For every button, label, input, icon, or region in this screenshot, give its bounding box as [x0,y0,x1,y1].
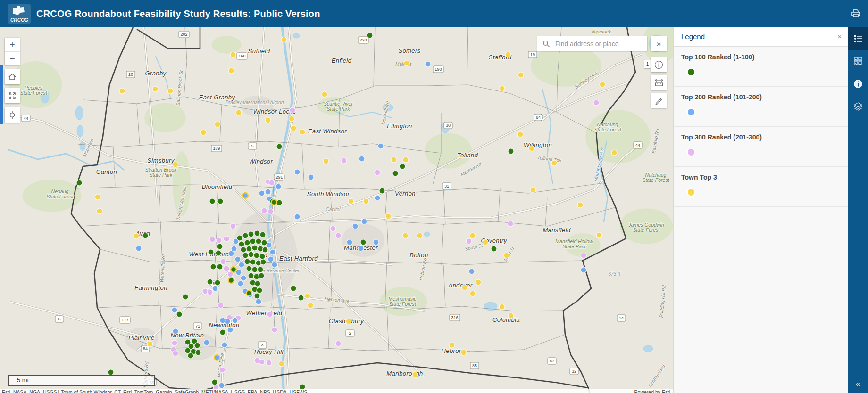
roundabout-point[interactable] [392,171,398,176]
roundabout-point[interactable] [220,318,225,323]
roundabout-point[interactable] [244,240,250,246]
print-button[interactable] [851,8,862,20]
roundabout-point[interactable] [246,266,252,271]
roundabout-point[interactable] [505,52,511,57]
roundabout-point[interactable] [254,253,259,258]
roundabout-point[interactable] [244,259,250,264]
roundabout-point[interactable] [275,184,281,189]
roundabout-point[interactable] [258,267,263,272]
roundabout-point[interactable] [323,158,329,164]
roundabout-point[interactable] [529,146,534,151]
roundabout-point[interactable] [242,253,248,258]
roundabout-point[interactable] [147,341,153,347]
roundabout-point[interactable] [375,170,380,175]
roundabout-point[interactable] [504,253,509,258]
roundabout-point[interactable] [212,379,217,385]
roundabout-point[interactable] [291,286,296,291]
roundabout-point[interactable] [491,246,497,252]
roundabout-point[interactable] [330,226,336,231]
roundabout-point[interactable] [220,329,225,335]
roundabout-point[interactable] [577,202,583,208]
roundabout-point[interactable] [499,86,505,91]
roundabout-point[interactable] [508,221,513,227]
roundabout-point[interactable] [308,174,314,180]
roundabout-point[interactable] [228,278,234,283]
roundabout-point[interactable] [259,254,265,259]
roundabout-point[interactable] [517,131,523,137]
roundabout-point[interactable] [348,198,354,204]
roundabout-point[interactable] [204,340,209,345]
roundabout-point[interactable] [216,250,221,256]
sidebar-tab-legend[interactable] [848,27,868,50]
roundabout-point[interactable] [470,233,476,238]
roundabout-point[interactable] [167,88,173,94]
roundabout-point[interactable] [267,311,273,317]
roundabout-point[interactable] [256,299,261,304]
measure-button[interactable] [651,75,667,90]
roundabout-point[interactable] [97,208,102,214]
roundabout-point[interactable] [581,267,586,273]
roundabout-point[interactable] [257,287,262,293]
roundabout-point[interactable] [172,340,177,346]
home-extent-button[interactable] [5,69,20,84]
roundabout-point[interactable] [255,281,260,287]
roundabout-point[interactable] [214,355,220,360]
roundabout-point[interactable] [220,259,226,264]
roundabout-point[interactable] [469,269,475,274]
roundabout-point[interactable] [252,245,258,251]
roundabout-point[interactable] [290,107,295,113]
roundabout-point[interactable] [173,162,178,167]
roundabout-point[interactable] [261,240,267,246]
roundabout-point[interactable] [215,122,220,127]
roundabout-point[interactable] [176,311,182,317]
roundabout-point[interactable] [404,60,409,66]
roundabout-point[interactable] [260,259,266,265]
roundabout-point[interactable] [256,238,261,244]
roundabout-point[interactable] [261,208,267,213]
roundabout-point[interactable] [217,198,223,204]
roundabout-point[interactable] [470,291,476,296]
roundabout-point[interactable] [347,239,352,245]
collapsed-panel-edge[interactable] [0,65,3,124]
roundabout-point[interactable] [378,143,384,149]
roundabout-point[interactable] [373,239,379,245]
roundabout-point[interactable] [210,264,216,270]
roundabout-point[interactable] [518,72,524,78]
roundabout-point[interactable] [224,236,229,242]
roundabout-point[interactable] [207,279,213,285]
roundabout-point[interactable] [239,262,244,268]
roundabout-point[interactable] [260,232,266,237]
roundabout-point[interactable] [248,252,254,257]
roundabout-point[interactable] [391,157,397,163]
roundabout-point[interactable] [363,198,369,204]
roundabout-point[interactable] [215,280,220,286]
roundabout-point[interactable] [238,281,243,287]
roundabout-point[interactable] [134,233,139,239]
roundabout-point[interactable] [508,313,514,319]
roundabout-point[interactable] [593,100,599,106]
roundabout-point[interactable] [508,148,514,154]
roundabout-point[interactable] [142,233,148,238]
roundabout-point[interactable] [341,158,347,164]
roundabout-point[interactable] [272,262,277,268]
roundabout-point[interactable] [195,350,201,355]
roundabout-point[interactable] [358,246,364,251]
roundabout-point[interactable] [95,194,100,200]
roundabout-point[interactable] [375,195,380,201]
roundabout-point[interactable] [360,239,366,245]
roundabout-point[interactable] [250,259,256,265]
roundabout-point[interactable] [217,244,223,249]
roundabout-point[interactable] [242,193,248,198]
sidebar-tab-layers[interactable] [848,95,868,118]
roundabout-point[interactable] [219,383,225,388]
roundabout-point[interactable] [449,342,455,348]
roundabout-point[interactable] [268,209,274,214]
roundabout-point[interactable] [237,235,242,241]
map-canvas[interactable]: PeoplesState ForestNepaugState ForestSca… [0,27,673,393]
roundabout-point[interactable] [231,267,236,272]
roundabout-point[interactable] [254,293,260,299]
fullscreen-button[interactable] [5,88,20,103]
search-box[interactable] [537,36,647,51]
roundabout-point[interactable] [270,249,275,255]
roundabout-point[interactable] [259,273,264,278]
